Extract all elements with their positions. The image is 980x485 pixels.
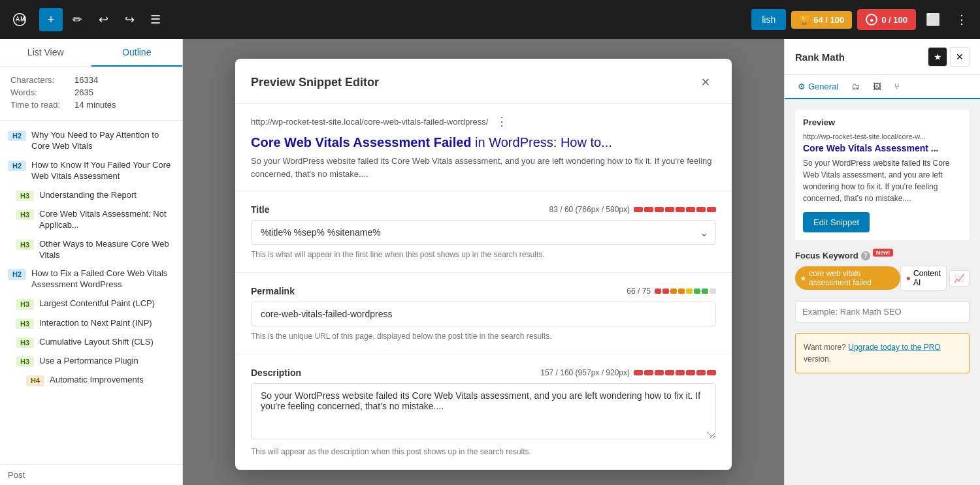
- heading-text: Automatic Improvements: [50, 375, 144, 386]
- permalink-label: Permalink: [251, 286, 295, 296]
- modal-overlay: Preview Snippet Editor × http://wp-rocke…: [183, 39, 784, 485]
- snippet-menu-button[interactable]: ⋮: [493, 114, 510, 129]
- undo-button[interactable]: ↩: [91, 8, 115, 31]
- permalink-input[interactable]: [251, 302, 716, 326]
- redo-button[interactable]: ↪: [118, 8, 141, 31]
- wp-toolbar: + ✏ ↩ ↪ ☰ lish 🏆 64 / 100 ● 0 / 100 ⬜ ⋮: [0, 0, 980, 39]
- sidebar-tabs: List View Outline: [0, 39, 182, 67]
- upgrade-link[interactable]: Upgrade today to the PRO: [848, 343, 940, 352]
- permalink-progress-bar: [655, 289, 716, 294]
- list-item[interactable]: H3 Core Web Vitals Assessment: Not Appli…: [0, 205, 182, 235]
- tab-schema[interactable]: 🖼: [868, 75, 887, 99]
- list-item[interactable]: H4 Automatic Improvements: [0, 371, 182, 390]
- list-item[interactable]: H3 Understanding the Report: [0, 186, 182, 205]
- tab-advanced[interactable]: 🗂: [846, 75, 865, 99]
- wp-logo[interactable]: [7, 7, 33, 33]
- list-item[interactable]: H3 Cumulative Layout Shift (CLS): [0, 333, 182, 352]
- description-textarea[interactable]: So your WordPress website failed its Cor…: [251, 383, 716, 439]
- progress-seg: [686, 289, 693, 294]
- progress-seg: [665, 370, 674, 375]
- list-item[interactable]: H2 Why You Need to Pay Attention to Core…: [0, 126, 182, 156]
- modal-title: Preview Snippet Editor: [251, 76, 379, 89]
- description-progress-bar: [634, 370, 716, 375]
- description-field-header: Description 157 / 160 (957px / 920px): [251, 368, 716, 378]
- title-select-wrapper: %title% %sep% %sitename% ⌄: [251, 220, 716, 245]
- add-button[interactable]: +: [39, 8, 63, 31]
- time-label: Time to read:: [10, 100, 69, 110]
- heading-level: H3: [16, 210, 34, 220]
- preview-description: So your WordPress website failed its Cor…: [803, 157, 962, 204]
- title-select[interactable]: %title% %sep% %sitename%: [251, 220, 716, 245]
- sidebar-stats: Characters: 16334 Words: 2635 Time to re…: [0, 67, 182, 121]
- snippet-editor-modal: Preview Snippet Editor × http://wp-rocke…: [235, 59, 732, 470]
- heading-text: Understanding the Report: [39, 190, 137, 201]
- progress-seg: [694, 289, 700, 294]
- list-item[interactable]: H3 Largest Contentful Paint (LCP): [0, 294, 182, 313]
- heading-level: H2: [8, 269, 26, 279]
- progress-seg: [696, 370, 706, 375]
- snippet-title-rest: in WordPress: How to...: [472, 135, 612, 149]
- edit-snippet-button[interactable]: Edit Snippet: [803, 212, 870, 232]
- rank-math-title: Rank Math: [795, 52, 845, 63]
- list-item[interactable]: H3 Interaction to Next Paint (INP): [0, 314, 182, 333]
- list-item[interactable]: H2 How to Know If You Failed Your Core W…: [0, 156, 182, 186]
- permalink-counter: 66 / 75: [627, 287, 716, 296]
- snippet-description-preview: So your WordPress website failed its Cor…: [251, 155, 716, 180]
- preview-label: Preview: [803, 117, 962, 127]
- preview-url: http://wp-rocket-test-site.local/core-w.…: [803, 133, 962, 140]
- post-label: Post: [0, 464, 182, 485]
- list-item[interactable]: H2 How to Fix a Failed Core Web Vitals A…: [0, 264, 182, 294]
- focus-keyword-tag[interactable]: ★ core web vitals assessment failed: [795, 266, 900, 290]
- heading-text: Other Ways to Measure Core Web Vitals: [39, 239, 174, 261]
- seo-score-badge[interactable]: 🏆 64 / 100: [791, 11, 852, 29]
- upgrade-text: Want more?: [804, 343, 846, 352]
- layout-toggle-button[interactable]: ⬜: [921, 8, 945, 31]
- content-ai-label: Content AI: [913, 269, 941, 287]
- list-item[interactable]: H3 Use a Performance Plugin: [0, 352, 182, 371]
- time-value: 14 minutes: [74, 100, 116, 110]
- heading-level: H3: [16, 191, 34, 201]
- progress-seg: [644, 370, 653, 375]
- tab-social[interactable]: ⑂: [889, 75, 905, 99]
- edit-button[interactable]: ✏: [65, 8, 89, 31]
- content-score-badge[interactable]: ● 0 / 100: [857, 9, 916, 30]
- progress-seg: [696, 207, 706, 212]
- heading-text: Use a Performance Plugin: [39, 356, 139, 367]
- list-view-button[interactable]: ☰: [144, 8, 167, 31]
- ai-icon: ●: [906, 274, 911, 283]
- snippet-url: http://wp-rocket-test-site.local/core-we…: [251, 117, 488, 127]
- heading-text: Largest Contentful Paint (LCP): [39, 298, 155, 309]
- heading-text: Why You Need to Pay Attention to Core We…: [31, 130, 174, 152]
- modal-close-button[interactable]: ×: [695, 72, 716, 93]
- permalink-hint: This is the unique URL of this page, dis…: [251, 332, 716, 341]
- content-ai-button[interactable]: ● Content AI: [900, 266, 947, 290]
- description-hint: This will appear as the description when…: [251, 447, 716, 456]
- focus-keyword-label: Focus Keyword: [795, 251, 858, 260]
- rank-math-close-button[interactable]: ✕: [950, 47, 970, 67]
- list-item[interactable]: H3 Other Ways to Measure Core Web Vitals: [0, 235, 182, 265]
- focus-keyword-input[interactable]: [795, 301, 970, 322]
- publish-button[interactable]: lish: [751, 9, 786, 30]
- rank-math-star-button[interactable]: ★: [928, 47, 947, 67]
- progress-seg: [707, 207, 716, 212]
- progress-seg: [676, 207, 685, 212]
- progress-seg: [662, 289, 669, 294]
- tab-outline[interactable]: Outline: [91, 39, 183, 67]
- snippet-title-bold: Core Web Vitals Assessment Failed: [251, 135, 472, 149]
- snippet-title-preview: Core Web Vitals Assessment Failed in Wor…: [251, 134, 716, 151]
- tab-list-view[interactable]: List View: [0, 39, 91, 67]
- title-progress-bar: [634, 207, 716, 212]
- more-options-button[interactable]: ⋮: [950, 8, 973, 31]
- content-ai-row: ● Content AI 📈: [900, 266, 970, 290]
- rank-math-header: Rank Math ★ ✕: [785, 39, 980, 75]
- focus-keyword-header: Focus Keyword ? New!: [795, 251, 970, 260]
- tab-general[interactable]: ⚙ General: [792, 75, 843, 99]
- focus-keyword-section: Focus Keyword ? New! ★ core web vitals a…: [795, 251, 970, 322]
- trend-chart-button[interactable]: 📈: [949, 270, 970, 287]
- help-icon[interactable]: ?: [861, 251, 870, 260]
- heading-text: Core Web Vitals Assessment: Not Applicab…: [39, 209, 174, 231]
- title-counter: 83 / 60 (766px / 580px): [549, 205, 716, 214]
- progress-seg: [655, 370, 664, 375]
- social-icon: ⑂: [894, 82, 900, 91]
- progress-seg: [707, 370, 716, 375]
